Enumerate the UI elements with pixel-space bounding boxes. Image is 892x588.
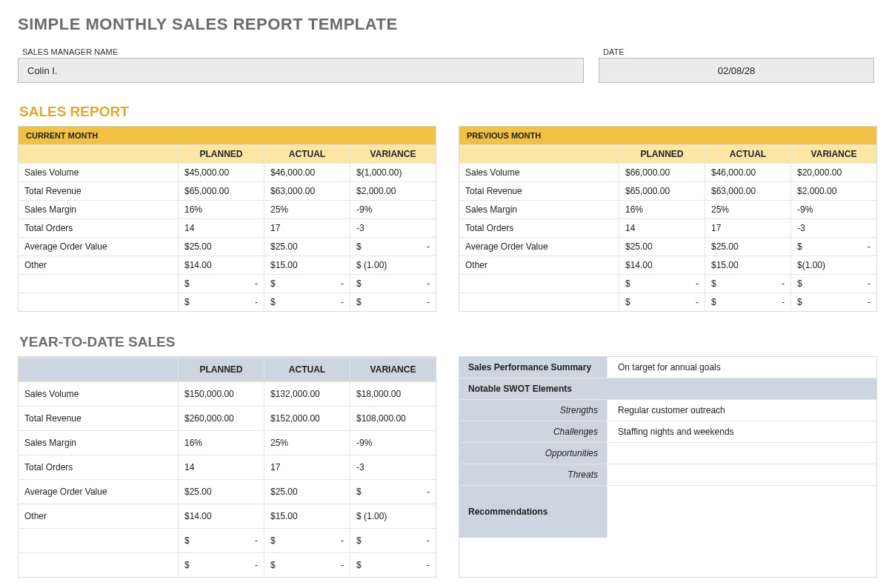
cell[interactable]: -9% [791, 201, 876, 218]
cell[interactable]: $152,000.00 [264, 407, 350, 430]
manager-input[interactable]: Colin I. [18, 58, 584, 83]
cell[interactable]: $63,000.00 [705, 182, 791, 200]
cell[interactable]: $(1,000.00) [350, 164, 436, 181]
cell[interactable]: $25.00 [705, 238, 791, 255]
cell[interactable]: $- [178, 275, 264, 293]
table-row: Total Revenue $65,000.00 $63,000.00 $2,0… [19, 181, 436, 200]
metric-label: Total Orders [19, 219, 178, 237]
metric-label: Sales Volume [459, 164, 619, 181]
cell[interactable]: 25% [264, 201, 350, 218]
table-row: Total Orders 14 17 -3 [19, 218, 436, 237]
cell[interactable]: $- [264, 553, 350, 577]
cell[interactable]: $- [619, 275, 705, 293]
cell[interactable]: $(1.00) [791, 256, 876, 274]
cell[interactable]: -3 [350, 219, 436, 237]
cell[interactable]: 17 [705, 219, 791, 237]
cell[interactable]: $260,000.00 [178, 407, 264, 430]
cell[interactable]: $25.00 [264, 480, 350, 504]
date-input[interactable]: 02/08/28 [599, 58, 874, 83]
cell[interactable]: $- [705, 293, 791, 311]
cell[interactable]: $14.00 [178, 256, 264, 274]
cell[interactable]: $20,000.00 [791, 164, 876, 181]
cell[interactable]: $15.00 [264, 256, 350, 274]
cell[interactable]: 17 [264, 455, 350, 479]
cell[interactable]: -9% [350, 431, 436, 455]
summary-threats: Threats [459, 464, 876, 485]
cell[interactable]: -9% [350, 201, 436, 218]
cell[interactable]: $- [350, 480, 436, 504]
cell[interactable]: $108,000.00 [350, 407, 436, 430]
cell[interactable]: $- [178, 293, 264, 311]
cell[interactable]: $14.00 [178, 504, 264, 528]
cell[interactable]: 14 [619, 219, 705, 237]
cell[interactable]: $25.00 [178, 238, 264, 255]
cell[interactable]: $25.00 [264, 238, 350, 255]
cell[interactable]: $- [791, 275, 876, 293]
col-planned: PLANNED [619, 145, 705, 163]
cell[interactable]: $- [264, 529, 350, 552]
cell[interactable]: $15.00 [705, 256, 791, 274]
cell[interactable]: 16% [619, 201, 705, 218]
cell[interactable]: $150,000.00 [178, 382, 264, 406]
challenges-value[interactable]: Staffing nights and weekends [608, 421, 876, 442]
cell[interactable]: $18,000.00 [350, 382, 436, 406]
cell[interactable]: 17 [264, 219, 350, 237]
cell[interactable]: $45,000.00 [178, 164, 264, 181]
threats-value[interactable] [608, 464, 876, 485]
cell[interactable]: $- [791, 238, 876, 255]
cell[interactable]: $14.00 [619, 256, 705, 274]
cell[interactable]: 14 [178, 219, 264, 237]
cell[interactable]: $- [178, 529, 264, 552]
opportunities-value[interactable] [608, 443, 876, 464]
table-row: Sales Volume $45,000.00 $46,000.00 $(1,0… [19, 163, 436, 181]
cell[interactable]: $- [350, 238, 436, 255]
table-row: Average Order Value $25.00 $25.00 $- [19, 479, 436, 504]
cell[interactable]: $- [619, 293, 705, 311]
recommendations-value[interactable] [608, 486, 876, 538]
cell[interactable]: $- [178, 553, 264, 577]
cell[interactable]: $- [350, 275, 436, 293]
table-row: $- $- $- [19, 528, 436, 552]
table-row: Other $14.00 $15.00 $(1.00) [459, 255, 876, 274]
cell[interactable]: 16% [178, 201, 264, 218]
date-label: DATE [603, 47, 874, 56]
cell[interactable]: 25% [264, 431, 350, 455]
cell[interactable]: $65,000.00 [619, 182, 705, 200]
cell[interactable]: -3 [791, 219, 876, 237]
cell[interactable]: $- [791, 293, 876, 311]
table-row: Total Revenue $65,000.00 $63,000.00 $2,0… [459, 181, 876, 200]
metric-label: Sales Margin [19, 431, 178, 455]
cell[interactable]: $2,000.00 [791, 182, 876, 200]
cell[interactable]: $46,000.00 [264, 164, 350, 181]
cell[interactable]: $25.00 [178, 480, 264, 504]
cell[interactable]: $- [350, 553, 436, 577]
cell[interactable]: 16% [178, 431, 264, 455]
cell[interactable]: 14 [178, 455, 264, 479]
current-month-panel: CURRENT MONTH PLANNED ACTUAL VARIANCE Sa… [18, 126, 436, 312]
cell[interactable]: -3 [350, 455, 436, 479]
cell[interactable]: $65,000.00 [178, 182, 264, 200]
cell[interactable]: $- [350, 293, 436, 311]
table-row: $- $- $- [459, 274, 876, 293]
cell[interactable]: $66,000.00 [619, 164, 705, 181]
cell[interactable]: $ (1.00) [350, 256, 436, 274]
cell[interactable]: $2,000.00 [350, 182, 436, 200]
metric-label: Total Revenue [459, 182, 619, 200]
cell[interactable]: 25% [705, 201, 791, 218]
cell[interactable]: $ (1.00) [350, 504, 436, 528]
cell[interactable]: $25.00 [619, 238, 705, 255]
metric-label: Total Revenue [19, 407, 178, 430]
cell[interactable]: $63,000.00 [264, 182, 350, 200]
cell[interactable]: $- [705, 275, 791, 293]
cell[interactable]: $132,000.00 [264, 382, 350, 406]
summary-strengths: Strengths Regular customer outreach [459, 399, 876, 421]
cell[interactable]: $- [264, 293, 350, 311]
cell[interactable]: $46,000.00 [705, 164, 791, 181]
cell[interactable]: $15.00 [264, 504, 350, 528]
cell[interactable]: $- [350, 529, 436, 552]
perf-value[interactable]: On target for annual goals [608, 357, 876, 378]
strengths-value[interactable]: Regular customer outreach [608, 400, 876, 421]
table-row: Sales Volume $150,000.00 $132,000.00 $18… [19, 381, 436, 406]
cell[interactable]: $- [264, 275, 350, 293]
metric-label: Sales Volume [19, 382, 178, 406]
